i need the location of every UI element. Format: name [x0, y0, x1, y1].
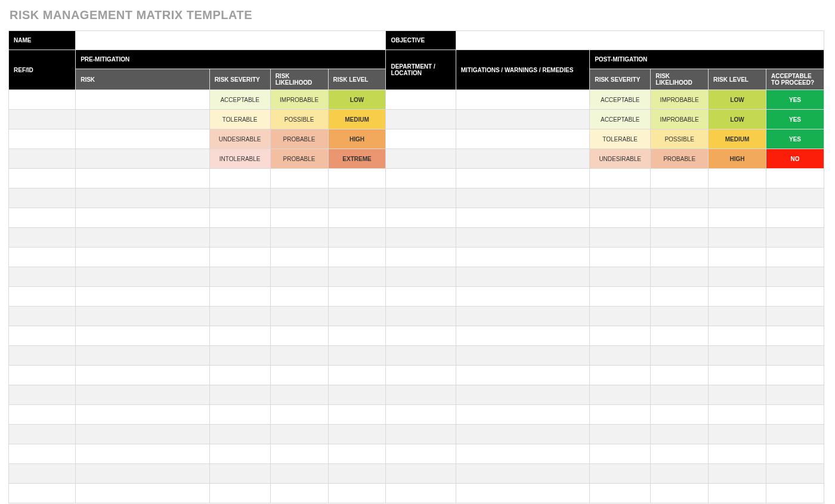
cell-post-severity[interactable]	[590, 267, 651, 287]
cell-pre-severity[interactable]: UNDESIRABLE	[209, 129, 270, 149]
cell-proceed[interactable]: YES	[766, 90, 824, 110]
cell-pre-level[interactable]	[328, 366, 386, 385]
cell-post-level[interactable]	[709, 287, 766, 307]
cell-post-level[interactable]	[709, 366, 766, 385]
cell-dept[interactable]	[386, 90, 456, 110]
cell-dept[interactable]	[386, 287, 456, 307]
cell-proceed[interactable]	[766, 169, 824, 188]
cell-mitigations[interactable]	[456, 188, 589, 208]
cell-ref-id[interactable]	[9, 208, 76, 228]
cell-post-level[interactable]	[709, 405, 766, 425]
cell-ref-id[interactable]	[9, 90, 76, 110]
cell-dept[interactable]	[386, 366, 456, 385]
cell-post-severity[interactable]	[590, 188, 651, 208]
cell-dept[interactable]	[386, 444, 456, 464]
cell-pre-severity[interactable]	[209, 287, 270, 307]
cell-proceed[interactable]	[766, 228, 824, 248]
cell-proceed[interactable]	[766, 385, 824, 405]
cell-risk[interactable]	[76, 366, 209, 385]
cell-post-severity[interactable]	[590, 464, 651, 484]
cell-proceed[interactable]	[766, 366, 824, 385]
cell-post-level[interactable]	[709, 307, 766, 326]
cell-pre-likelihood[interactable]	[270, 267, 328, 287]
cell-pre-severity[interactable]: INTOLERABLE	[209, 149, 270, 169]
cell-dept[interactable]	[386, 425, 456, 444]
cell-pre-likelihood[interactable]	[270, 425, 328, 444]
cell-proceed[interactable]	[766, 425, 824, 444]
cell-proceed[interactable]	[766, 346, 824, 366]
cell-pre-level[interactable]	[328, 405, 386, 425]
cell-pre-level[interactable]: EXTREME	[328, 149, 386, 169]
cell-ref-id[interactable]	[9, 267, 76, 287]
cell-risk[interactable]	[76, 248, 209, 267]
cell-post-severity[interactable]: ACCEPTABLE	[590, 90, 651, 110]
objective-value[interactable]	[456, 31, 824, 50]
cell-pre-likelihood[interactable]	[270, 484, 328, 503]
cell-pre-likelihood[interactable]	[270, 385, 328, 405]
cell-dept[interactable]	[386, 326, 456, 346]
cell-post-severity[interactable]: TOLERABLE	[590, 129, 651, 149]
cell-dept[interactable]	[386, 405, 456, 425]
cell-post-severity[interactable]	[590, 307, 651, 326]
cell-pre-severity[interactable]	[209, 228, 270, 248]
cell-risk[interactable]	[76, 287, 209, 307]
cell-risk[interactable]	[76, 90, 209, 110]
cell-proceed[interactable]	[766, 307, 824, 326]
cell-post-likelihood[interactable]	[651, 385, 709, 405]
cell-dept[interactable]	[386, 484, 456, 503]
cell-pre-level[interactable]	[328, 484, 386, 503]
cell-post-severity[interactable]	[590, 385, 651, 405]
cell-proceed[interactable]	[766, 188, 824, 208]
cell-risk[interactable]	[76, 169, 209, 188]
cell-pre-level[interactable]	[328, 267, 386, 287]
cell-pre-level[interactable]	[328, 169, 386, 188]
cell-pre-severity[interactable]	[209, 188, 270, 208]
cell-pre-severity[interactable]: ACCEPTABLE	[209, 90, 270, 110]
cell-mitigations[interactable]	[456, 287, 589, 307]
cell-risk[interactable]	[76, 346, 209, 366]
cell-post-severity[interactable]	[590, 287, 651, 307]
cell-pre-likelihood[interactable]: PROBABLE	[270, 129, 328, 149]
cell-post-level[interactable]	[709, 169, 766, 188]
cell-pre-severity[interactable]	[209, 385, 270, 405]
cell-mitigations[interactable]	[456, 484, 589, 503]
cell-pre-likelihood[interactable]	[270, 346, 328, 366]
cell-ref-id[interactable]	[9, 188, 76, 208]
cell-pre-level[interactable]	[328, 425, 386, 444]
cell-post-likelihood[interactable]	[651, 484, 709, 503]
cell-pre-level[interactable]	[328, 208, 386, 228]
cell-pre-likelihood[interactable]	[270, 248, 328, 267]
cell-post-severity[interactable]: ACCEPTABLE	[590, 110, 651, 129]
cell-mitigations[interactable]	[456, 366, 589, 385]
cell-post-likelihood[interactable]	[651, 267, 709, 287]
cell-post-likelihood[interactable]	[651, 169, 709, 188]
cell-pre-likelihood[interactable]	[270, 366, 328, 385]
cell-post-level[interactable]	[709, 385, 766, 405]
cell-post-likelihood[interactable]	[651, 366, 709, 385]
cell-post-likelihood[interactable]: IMPROBABLE	[651, 90, 709, 110]
cell-post-level[interactable]	[709, 346, 766, 366]
cell-dept[interactable]	[386, 248, 456, 267]
cell-pre-severity[interactable]	[209, 484, 270, 503]
cell-proceed[interactable]	[766, 287, 824, 307]
cell-risk[interactable]	[76, 405, 209, 425]
cell-ref-id[interactable]	[9, 228, 76, 248]
cell-dept[interactable]	[386, 228, 456, 248]
cell-post-level[interactable]	[709, 208, 766, 228]
cell-post-level[interactable]	[709, 248, 766, 267]
cell-post-severity[interactable]	[590, 405, 651, 425]
cell-ref-id[interactable]	[9, 110, 76, 129]
cell-pre-severity[interactable]	[209, 307, 270, 326]
cell-ref-id[interactable]	[9, 385, 76, 405]
cell-post-level[interactable]	[709, 228, 766, 248]
cell-dept[interactable]	[386, 307, 456, 326]
cell-dept[interactable]	[386, 346, 456, 366]
cell-dept[interactable]	[386, 464, 456, 484]
cell-post-likelihood[interactable]	[651, 287, 709, 307]
cell-post-severity[interactable]	[590, 208, 651, 228]
cell-post-likelihood[interactable]	[651, 405, 709, 425]
cell-risk[interactable]	[76, 208, 209, 228]
cell-pre-level[interactable]	[328, 326, 386, 346]
cell-pre-severity[interactable]	[209, 366, 270, 385]
cell-pre-level[interactable]	[328, 385, 386, 405]
